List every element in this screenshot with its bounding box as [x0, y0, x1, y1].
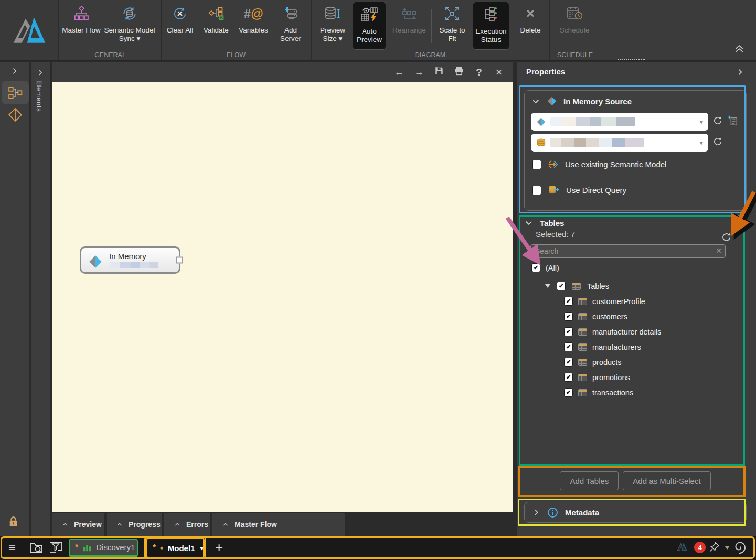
table-row[interactable]: ✔ products: [524, 354, 747, 370]
ribbon-collapse-button[interactable]: [733, 44, 746, 56]
node-connector-handle[interactable]: [176, 257, 183, 264]
in-memory-node[interactable]: In Memory: [80, 246, 180, 274]
notification-badge[interactable]: 4: [694, 542, 706, 553]
panel-resize-handle[interactable]: [618, 59, 645, 60]
add-server-button[interactable]: Add Server: [274, 1, 307, 49]
scale-to-fit-button[interactable]: Scale to Fit: [435, 1, 470, 49]
section-collapse-icon[interactable]: [531, 96, 540, 106]
use-semantic-model-checkbox[interactable]: [532, 160, 541, 169]
spiral-icon[interactable]: [733, 540, 747, 556]
discovery1-tab[interactable]: * Discovery1: [69, 539, 138, 557]
new-tab-icon[interactable]: +: [215, 540, 223, 556]
server-dropdown-icon: [536, 117, 546, 127]
table-name: products: [592, 358, 622, 367]
delete-button[interactable]: × Delete: [514, 1, 547, 49]
delete-label: Delete: [520, 26, 540, 35]
table-checkbox[interactable]: ✔: [564, 312, 573, 321]
selected-count: Selected: 7: [536, 230, 747, 239]
model-tab-caret-icon[interactable]: ▾: [200, 545, 203, 552]
collapse-properties-button[interactable]: [736, 68, 744, 79]
server-dropdown[interactable]: ▾: [531, 113, 708, 131]
tables-collapse-icon[interactable]: [524, 218, 534, 228]
pin-icon[interactable]: [709, 541, 720, 555]
help-icon[interactable]: ?: [473, 67, 485, 78]
variables-button[interactable]: #@ Variables: [236, 1, 271, 49]
variables-icon: #@: [244, 1, 263, 26]
refresh-tables-icon[interactable]: [721, 232, 732, 245]
semantic-model-sync-label: Semantic Model Sync ▾: [103, 26, 156, 44]
rearrange-icon: [401, 1, 417, 26]
tables-search-input[interactable]: [530, 244, 726, 258]
table-checkbox[interactable]: ✔: [564, 342, 573, 351]
table-checkbox[interactable]: ✔: [564, 297, 573, 306]
new-model-icon[interactable]: [727, 115, 739, 128]
table-name: manufacturers: [592, 343, 641, 351]
variables-label: Variables: [239, 26, 268, 35]
main-menu-icon[interactable]: ≡: [8, 540, 16, 555]
search-clear-icon[interactable]: ✕: [716, 246, 722, 255]
flow-elements-tool[interactable]: [2, 81, 29, 104]
master-flow-button[interactable]: Master Flow: [61, 1, 101, 49]
flow-canvas[interactable]: In Memory: [52, 82, 513, 512]
table-checkbox[interactable]: ✔: [564, 327, 573, 336]
add-multi-select-button[interactable]: Add as Multi-Select: [623, 471, 710, 490]
table-checkbox[interactable]: ✔: [564, 358, 573, 367]
execution-status-button[interactable]: Execution Status: [473, 2, 509, 50]
add-tables-button[interactable]: Add Tables: [560, 471, 619, 490]
table-row[interactable]: ✔ manufacturers: [524, 339, 747, 354]
tree-expander-icon[interactable]: [545, 284, 550, 288]
rearrange-button[interactable]: Rearrange: [390, 1, 428, 49]
semantic-tool[interactable]: [8, 107, 23, 124]
table-icon: [578, 359, 587, 366]
table-row[interactable]: ✔ promotions: [524, 370, 747, 385]
preview-size-button[interactable]: Preview Size ▾: [315, 1, 350, 49]
validate-button[interactable]: Validate: [200, 1, 232, 49]
errors-panel-tab[interactable]: Errors: [164, 513, 210, 536]
database-dropdown[interactable]: ▾: [531, 134, 708, 152]
unsaved-marker: *: [75, 543, 78, 552]
lock-icon[interactable]: [9, 516, 18, 529]
all-label: (All): [546, 264, 559, 272]
tables-root-checkbox[interactable]: ✔: [557, 282, 566, 290]
clear-all-icon: [172, 1, 188, 26]
undo-icon[interactable]: ←: [393, 67, 405, 78]
expand-elements-button[interactable]: [36, 69, 44, 79]
etl-view-icon[interactable]: [49, 541, 63, 556]
metadata-section[interactable]: Metadata: [524, 502, 747, 523]
refresh-server-icon[interactable]: [712, 115, 723, 128]
content-explorer-icon[interactable]: [29, 541, 43, 556]
use-direct-query-label: Use Direct Query: [566, 186, 626, 195]
auto-preview-button[interactable]: Auto Preview: [353, 2, 386, 50]
table-row[interactable]: ✔ customers: [524, 309, 747, 324]
table-row[interactable]: ✔ customerProfile: [524, 294, 747, 309]
progress-panel-tab[interactable]: Progress: [107, 513, 162, 536]
all-checkbox[interactable]: ✔: [531, 263, 540, 272]
metadata-expand-icon[interactable]: [532, 508, 540, 516]
master-flow-panel-tab[interactable]: Master Flow: [212, 513, 345, 536]
preview-panel-tab[interactable]: Preview: [52, 513, 104, 536]
table-checkbox[interactable]: ✔: [564, 388, 573, 397]
unsaved-marker: *: [153, 543, 156, 553]
tables-section-title: Tables: [540, 219, 564, 228]
expand-left-panel-button[interactable]: [10, 67, 19, 78]
table-row[interactable]: ✔ transactions: [524, 385, 747, 400]
table-checkbox[interactable]: ✔: [564, 373, 573, 382]
clear-all-button[interactable]: Clear All: [163, 1, 197, 49]
app-logo[interactable]: [0, 0, 59, 60]
context-caret-icon[interactable]: [725, 546, 730, 550]
ribbon-group-schedule: SCHEDULE: [550, 51, 600, 59]
save-icon[interactable]: [433, 66, 445, 79]
semantic-model-sync-button[interactable]: Semantic Model Sync ▾: [103, 1, 156, 49]
use-direct-query-checkbox[interactable]: [532, 186, 541, 195]
model1-tab[interactable]: * Model1 ▾: [146, 537, 205, 559]
elements-panel-label[interactable]: Elements: [35, 80, 43, 112]
schedule-button[interactable]: Schedule: [556, 1, 593, 49]
redo-icon[interactable]: →: [413, 67, 425, 78]
database-name-redacted: [550, 138, 644, 147]
refresh-database-icon[interactable]: [712, 136, 723, 149]
preview-size-icon: [324, 1, 342, 26]
table-row[interactable]: ✔ manufacturer details: [524, 324, 747, 339]
table-name: promotions: [592, 373, 630, 382]
print-icon[interactable]: [453, 66, 465, 79]
close-canvas-icon[interactable]: ×: [493, 66, 505, 79]
